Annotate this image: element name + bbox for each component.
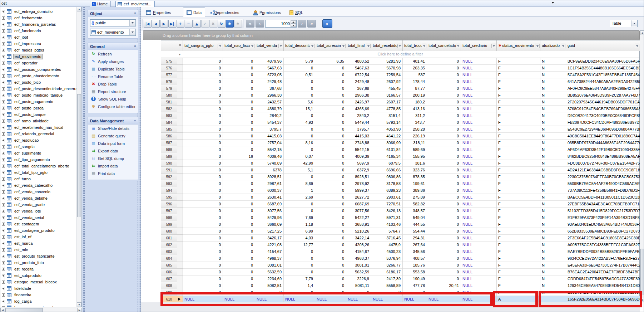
grid-cell[interactable]: 5281,93 — [371, 58, 403, 65]
grid-cell[interactable]: 343,7 — [403, 119, 427, 126]
grid-cell[interactable]: CDDD68474FE54B97BAD0D47C825F3937 — [566, 276, 640, 282]
grid-cell[interactable]: 3426,17 — [255, 235, 284, 242]
grid-cell[interactable]: 0 — [427, 65, 461, 72]
grid-cell[interactable]: 2987,61 — [255, 180, 284, 187]
grid-cell[interactable]: 035B8DF9730D444A8636E46E2984A776 — [566, 140, 640, 146]
tree-item[interactable]: est_inf_nf — [2, 234, 33, 240]
grid-cell[interactable]: N — [540, 153, 566, 160]
grid-cell[interactable]: 323,76 — [403, 167, 427, 174]
row-number-cell[interactable]: 603 — [161, 248, 177, 255]
grid-cell[interactable]: 12,77 — [284, 242, 315, 248]
tree-item[interactable]: ecf_posicao_componentes — [2, 66, 62, 73]
grid-cell[interactable]: 5467,63 — [255, 65, 284, 72]
grid-cell[interactable]: 0 — [427, 140, 461, 146]
grid-cell[interactable]: N — [540, 112, 566, 119]
grid-cell[interactable]: 0 — [223, 187, 255, 194]
grid-cell[interactable]: NULL — [461, 228, 497, 235]
table-row[interactable]: 595002630,412,6902627,722903,61275,890NU… — [161, 194, 639, 201]
grid-cell[interactable]: 0 — [315, 262, 346, 269]
grid-cell[interactable]: F — [497, 167, 540, 174]
grid-cell[interactable]: 199,61 — [403, 180, 427, 187]
tree-vertical-scrollbar[interactable]: ▲ ▼ — [76, 7, 81, 307]
grid-cell[interactable]: 4154,67 — [255, 248, 284, 255]
grid-cell[interactable]: 4778,85 — [371, 106, 403, 112]
grid-cell[interactable]: 0 — [427, 228, 461, 235]
column-header-total_acrescimo[interactable]: total_acrescimo — [315, 40, 346, 51]
grid-cell[interactable]: 0 — [427, 262, 461, 269]
grid-cell[interactable]: 0 — [183, 208, 223, 214]
expand-icon[interactable] — [2, 100, 5, 103]
grid-cell[interactable]: 0,07 — [284, 153, 315, 160]
row-number-cell[interactable]: 605 — [161, 262, 177, 269]
grid-cell[interactable]: 0 — [427, 167, 461, 174]
grid-cell[interactable]: 0 — [315, 78, 346, 85]
grid-cell[interactable]: F — [497, 180, 540, 187]
panel-link-drop-table[interactable]: ✖Drop Table — [88, 80, 138, 88]
grid-cell[interactable]: NULL — [461, 146, 497, 153]
expand-icon[interactable] — [2, 62, 5, 65]
last-record-icon[interactable]: ▶| — [168, 20, 176, 28]
grid-cell[interactable]: 6378 — [255, 167, 284, 174]
grid-cell[interactable]: F — [497, 92, 540, 99]
grid-cell[interactable]: 0 — [284, 289, 315, 296]
tree-item[interactable]: ecf_total_tipo_pgto — [2, 169, 49, 176]
grid-cell[interactable]: 2F202079345C446194DB006DDF701CAD — [566, 99, 640, 106]
tree-item[interactable]: est_marca — [2, 240, 34, 247]
grid-cell[interactable]: 408,57 — [403, 255, 427, 262]
grid-cell[interactable]: 2840,2 — [255, 112, 284, 119]
grid-cell[interactable]: 0 — [223, 228, 255, 235]
grid-cell[interactable]: 4053,98 — [371, 126, 403, 133]
grid-cell[interactable]: 5210,26 — [346, 228, 371, 235]
grid-cell[interactable]: 0 — [223, 276, 255, 282]
table-row[interactable]: 601003426,174,0303422,143716,45294,310NU… — [161, 235, 639, 242]
grid-cell[interactable]: 5793,14 — [371, 119, 403, 126]
grid-cell[interactable]: 0 — [183, 85, 223, 92]
grid-cell[interactable]: 2840,2 — [346, 112, 371, 119]
grid-cell[interactable]: 4208,26 — [346, 242, 371, 248]
grid-cell[interactable]: N — [540, 58, 566, 65]
grid-cell[interactable]: 129346CE5EA5470893EED54B4131D805 — [566, 282, 640, 289]
grid-cell[interactable]: 367,68 — [255, 85, 284, 92]
column-filter-dropdown-icon[interactable] — [310, 44, 314, 48]
grid-cell[interactable]: NULL — [346, 296, 371, 303]
row-number-cell[interactable]: 607 — [161, 276, 177, 282]
grid-cell[interactable]: 5740,89 — [255, 160, 284, 167]
table-row[interactable]: 607002234,697,7902226,92417,39190,490NUL… — [161, 276, 639, 282]
tree-item[interactable]: ecf_total_cancelamento_aberto — [2, 163, 70, 169]
table-row[interactable]: 603004154,67004154,674500,23345,560NULLF… — [161, 248, 639, 255]
grid-cell[interactable]: N — [540, 228, 566, 235]
grid-cell[interactable]: NULL — [461, 167, 497, 174]
grid-cell[interactable]: 0 — [183, 228, 223, 235]
grid-cell[interactable]: 3081,01 — [346, 262, 371, 269]
grid-cell[interactable]: 0 — [223, 92, 255, 99]
grid-cell[interactable]: N — [540, 255, 566, 262]
grid-cell[interactable]: 0 — [223, 201, 255, 208]
grid-cell[interactable]: N — [540, 201, 566, 208]
grid-cell[interactable]: 0 — [284, 65, 315, 72]
grid-cell[interactable]: N — [540, 119, 566, 126]
grid-cell[interactable]: 4221,03 — [255, 242, 284, 248]
grid-cell[interactable]: 4415,03 — [346, 133, 371, 140]
grid-cell[interactable]: 0 — [183, 276, 223, 282]
grid-cell[interactable]: NULL — [461, 208, 497, 214]
table-row[interactable]: 609000000000NULLFNE39D754E3AA24C49900C86… — [161, 289, 639, 296]
tree-item[interactable]: est_produto_fabricante — [2, 253, 56, 259]
grid-cell[interactable]: 0 — [183, 119, 223, 126]
grid-cell[interactable]: 2607,92 — [371, 78, 403, 85]
grid-cell[interactable]: 3658,91 — [346, 221, 371, 228]
section-header[interactable]: General» — [88, 43, 138, 50]
grid-cell[interactable]: N — [540, 187, 566, 194]
grid-cell[interactable]: F — [497, 262, 540, 269]
grid-cell[interactable]: BCF9E6EDD6234C6E9AA80F65D6FA5FEC — [566, 58, 640, 65]
expand-icon[interactable] — [2, 55, 5, 58]
tab-dependencies[interactable]: Dependencies — [207, 8, 242, 17]
grid-cell[interactable]: 6722,54 — [346, 72, 371, 78]
grid-cell[interactable]: N — [540, 126, 566, 133]
grid-cell[interactable]: NULL — [461, 221, 497, 228]
grid-cell[interactable]: 0 — [183, 112, 223, 119]
grid-cell[interactable]: 40C8C5041EE8449F804F7D018B6C7A44 — [566, 133, 640, 140]
grid-cell[interactable]: 0 — [183, 214, 223, 221]
tree-item[interactable]: ecf_entrega_domicilio — [2, 8, 54, 15]
expand-icon[interactable] — [2, 197, 5, 200]
grid-cell[interactable]: NULL — [461, 112, 497, 119]
